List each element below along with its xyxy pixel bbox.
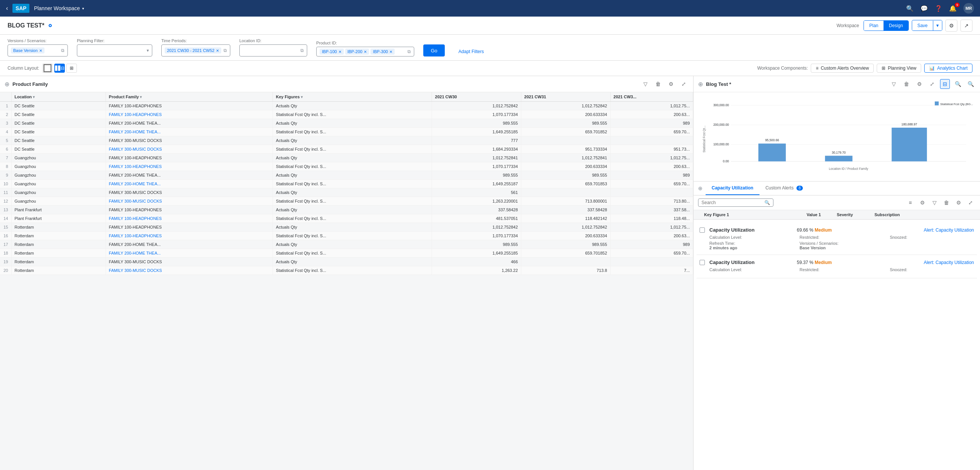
search-box[interactable]: 🔍 — [698, 198, 773, 207]
alert-severity-0: Medium — [815, 227, 832, 233]
user-avatar[interactable]: MR — [963, 3, 974, 14]
adapt-filters-button[interactable]: Adapt Filters — [454, 47, 488, 57]
column-settings-icon-bottom[interactable]: ⚙ — [954, 198, 963, 208]
design-button[interactable]: Design — [883, 21, 908, 30]
advanced-filter-icon-bottom[interactable]: ▽ — [929, 198, 939, 208]
layout-single-button[interactable] — [42, 64, 53, 73]
doc-status-icon[interactable]: ⭘ — [48, 22, 53, 29]
capacity-utilization-tab[interactable]: Capacity Utilization — [706, 181, 759, 195]
product-expand-icon[interactable]: ⧉ — [407, 49, 411, 54]
col-header-cw30[interactable]: 2021 CW30 — [432, 92, 521, 102]
table-row: 7 Guangzhou FAMILY 100-HEADPHONES Actual… — [0, 154, 693, 162]
svg-text:Statistical Fcst Qt...: Statistical Fcst Qt... — [702, 125, 706, 152]
drag-handle-icon[interactable]: ⊕ — [5, 81, 10, 88]
table-row: 17 Rotterdam FAMILY 200-HOME THEA... Act… — [0, 240, 693, 249]
search-nav-icon[interactable]: 🔍 — [906, 5, 914, 12]
cell-cw31: 337.58428 — [521, 206, 610, 214]
bar-1[interactable] — [758, 143, 786, 161]
col-header-cw3x[interactable]: 2021 CW3... — [610, 92, 693, 102]
filter-icon-bottom[interactable]: ≡ — [905, 198, 915, 208]
filter-icon-left[interactable]: ▽ — [640, 79, 650, 89]
planning-filter-input[interactable]: ▾ — [77, 44, 152, 57]
planning-filter-dropdown-icon[interactable]: ▾ — [146, 48, 149, 53]
cell-cw30: 1,012.752842 — [432, 223, 521, 232]
cell-location: Rotterdam — [11, 240, 105, 249]
cell-cw3x — [610, 257, 693, 266]
versions-tag-close[interactable]: ✕ — [39, 49, 42, 53]
save-main-button[interactable]: Save — [912, 21, 933, 30]
settings-icon-bottom[interactable]: ⚙ — [918, 198, 927, 208]
planning-view-button[interactable]: ⊞ Planning View — [877, 64, 921, 73]
layout-split-button[interactable]: ⊟ — [54, 64, 65, 73]
chart-filter-icon[interactable]: ▽ — [889, 79, 899, 89]
alert-link-1[interactable]: Alert: Capacity Utilization — [924, 260, 974, 265]
layout-grid-button[interactable]: ⊞ — [66, 64, 77, 73]
chart-drag-handle[interactable]: ⊕ — [698, 81, 703, 88]
title-chevron-icon[interactable]: ▾ — [82, 6, 84, 11]
product-ibp200-close[interactable]: ✕ — [364, 50, 367, 54]
location-id-input[interactable]: ⧉ — [239, 44, 307, 57]
cell-product-family: FAMILY 300-MUSIC DOCKS — [105, 137, 272, 145]
custom-alerts-tab[interactable]: Custom Alerts 8 — [759, 181, 809, 195]
expand-icon-bottom[interactable]: ⤢ — [966, 198, 975, 208]
column-layout-label: Column Layout: — [8, 65, 39, 71]
cell-cw3x: 200.63... — [610, 162, 693, 171]
cell-cw30: 1,684.293334 — [432, 145, 521, 154]
back-button[interactable]: ‹ — [6, 5, 8, 12]
alerts-count-badge: 8 — [796, 186, 803, 191]
chat-icon[interactable]: 💬 — [920, 5, 928, 12]
notifications-icon[interactable]: 🔔 9 — [949, 5, 957, 12]
share-icon-button[interactable]: ↗ — [960, 20, 972, 32]
go-button[interactable]: Go — [423, 44, 445, 57]
custom-alerts-overview-button[interactable]: ≡ Custom Alerts Overview — [811, 64, 874, 73]
analytics-chart-button[interactable]: 📊 Analytics Chart — [924, 64, 972, 73]
product-ibp300-close[interactable]: ✕ — [389, 50, 392, 54]
sap-logo: SAP — [13, 4, 29, 13]
bar-2[interactable] — [825, 156, 853, 162]
settings-icon-button[interactable]: ⚙ — [945, 20, 958, 32]
col-header-key-figures[interactable]: Key Figures ▾ — [273, 92, 432, 102]
help-icon[interactable]: ❓ — [935, 5, 942, 12]
alert-severity-1: Medium — [815, 260, 832, 265]
time-periods-input[interactable]: 2021 CW30 - 2021 CW52 ✕ ⧉ — [161, 44, 230, 57]
col-header-location[interactable]: Location ▾ — [11, 92, 105, 102]
versions-input[interactable]: Base Version ✕ ⧉ — [8, 44, 68, 57]
planning-icon: ⊞ — [881, 65, 885, 71]
bottom-section: ⊕ Capacity Utilization Custom Alerts 8 🔍… — [694, 181, 980, 470]
alert-checkbox-0[interactable] — [700, 227, 705, 233]
plan-button[interactable]: Plan — [864, 21, 883, 30]
cell-cw30: 1,012.752842 — [432, 102, 521, 110]
product-id-input[interactable]: IBP-100 ✕ IBP-200 ✕ IBP-300 ✕ ⧉ — [316, 47, 414, 57]
cell-cw30: 989.555 — [432, 171, 521, 179]
versions-expand-icon[interactable]: ⧉ — [61, 48, 64, 53]
cell-key-figures: Statistical Fcst Qty incl. S... — [273, 110, 432, 119]
chart-table-view-icon[interactable]: ⊟ — [940, 79, 950, 89]
cell-key-figures: Statistical Fcst Qty incl. S... — [273, 266, 432, 275]
chart-zoom-out-icon[interactable]: 🔍 — [966, 79, 975, 89]
time-periods-tag-close[interactable]: ✕ — [216, 49, 219, 53]
save-dropdown-button[interactable]: ▾ — [933, 20, 942, 30]
bottom-drag-handle[interactable]: ⊕ — [698, 185, 703, 191]
delete-icon-bottom[interactable]: 🗑 — [942, 198, 951, 208]
product-ibp100-close[interactable]: ✕ — [339, 50, 342, 54]
chart-expand-icon[interactable]: ⤢ — [927, 79, 937, 89]
cell-key-figures: Actuals Qty — [273, 102, 432, 110]
chart-zoom-in-icon[interactable]: 🔍 — [953, 79, 963, 89]
settings-icon-left[interactable]: ⚙ — [666, 79, 676, 89]
location-id-filter-group: Location ID: ⧉ — [239, 38, 307, 57]
chart-settings-icon[interactable]: ⚙ — [915, 79, 924, 89]
col-header-product-family[interactable]: Product Family ▾ — [105, 92, 272, 102]
alert-checkbox-1[interactable] — [700, 260, 705, 265]
cell-product-family: FAMILY 200-HOME THEA... — [105, 179, 272, 188]
time-periods-expand-icon[interactable]: ⧉ — [224, 48, 227, 53]
location-expand-icon[interactable]: ⧉ — [301, 48, 304, 53]
alert-row: Capacity Utilization 69.66 % Medium Aler… — [697, 222, 977, 255]
alert-link-0[interactable]: Alert: Capacity Utilization — [924, 227, 974, 233]
row-number: 9 — [0, 171, 11, 179]
col-header-cw31[interactable]: 2021 CW31 — [521, 92, 610, 102]
bar-3[interactable] — [892, 128, 927, 162]
expand-icon-left[interactable]: ⤢ — [679, 79, 689, 89]
search-input[interactable] — [702, 200, 762, 205]
delete-icon-left[interactable]: 🗑 — [653, 79, 663, 89]
chart-delete-icon[interactable]: 🗑 — [902, 79, 912, 89]
